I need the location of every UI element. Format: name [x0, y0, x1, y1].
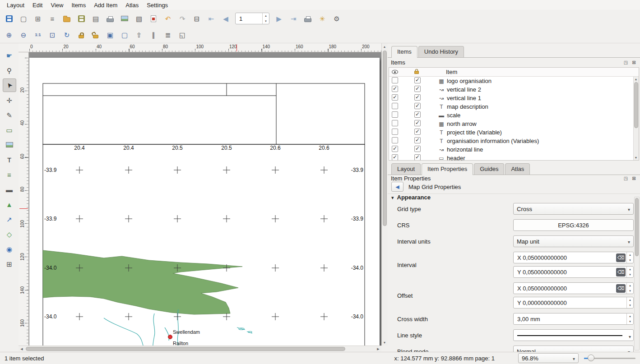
lock-checkbox[interactable]	[414, 120, 421, 126]
zoom-out-button[interactable]: ⊖	[17, 28, 30, 42]
tab-layout[interactable]: Layout	[391, 163, 421, 175]
line-style-button[interactable]	[513, 329, 634, 341]
add-items-from-template-button[interactable]	[60, 12, 74, 25]
lock-checkbox[interactable]	[414, 77, 421, 83]
close-panel-icon[interactable]	[631, 60, 637, 65]
scroll-down-icon[interactable]: ▼	[381, 339, 388, 346]
export-svg-button[interactable]: ▧	[132, 12, 146, 25]
items-row[interactable]: ▭ header	[389, 154, 639, 161]
add-scalebar-tool[interactable]: ▬	[3, 183, 16, 196]
menu-view[interactable]: View	[46, 1, 67, 9]
blend-mode-select[interactable]: Normal	[513, 346, 634, 352]
interval-units-select[interactable]: Map unit	[513, 235, 634, 247]
zoom-tool[interactable]: ⚲	[3, 64, 16, 77]
zoom-level-select[interactable]: 96.8%	[518, 353, 579, 363]
items-row[interactable]: ▦ logo organisation	[389, 77, 639, 85]
group-items-button[interactable]: ▣	[103, 28, 117, 42]
visibility-checkbox[interactable]	[392, 154, 398, 161]
spinner-arrows-icon[interactable]: ▲▼	[262, 13, 269, 24]
add-node-item-tool[interactable]: ◇	[3, 227, 16, 241]
scroll-right-icon[interactable]: ▶	[375, 346, 381, 352]
visibility-checkbox[interactable]	[392, 94, 398, 101]
clear-field-icon[interactable]	[616, 268, 626, 276]
add-shape-tool[interactable]: ▲	[3, 198, 16, 211]
float-panel-icon[interactable]	[623, 60, 629, 65]
float-panel-icon[interactable]	[623, 175, 629, 181]
menu-add-item[interactable]: Add Item	[90, 1, 121, 9]
select-move-item-tool[interactable]: ➤	[3, 78, 16, 92]
canvas-horizontal-scrollbar[interactable]: ◀ ▶	[19, 346, 381, 352]
lock-checkbox[interactable]	[414, 154, 421, 161]
redo-button[interactable]: ↷	[176, 12, 189, 25]
visibility-checkbox[interactable]	[392, 86, 398, 92]
menu-edit[interactable]: Edit	[28, 1, 46, 9]
undo-button[interactable]: ↶	[161, 12, 175, 25]
spinner-arrows-icon[interactable]: ▲▼	[626, 252, 633, 263]
spinner-arrows-icon[interactable]: ▲▼	[626, 283, 633, 294]
crs-button[interactable]: EPSG:4326	[513, 219, 634, 231]
scroll-thumb[interactable]	[26, 347, 345, 351]
add-arrow-tool[interactable]: ↗	[3, 212, 16, 226]
menu-items[interactable]: Items	[67, 1, 90, 9]
items-row[interactable]: T organisation information (Variables)	[389, 137, 639, 145]
offset-y-input[interactable]: Y 0,000000000000 ▲▼	[513, 297, 634, 309]
lock-selected-items-button[interactable]	[74, 28, 88, 42]
save-as-template-button[interactable]	[74, 12, 88, 25]
visibility-checkbox[interactable]	[392, 111, 398, 118]
lock-checkbox[interactable]	[414, 94, 421, 101]
clear-field-icon[interactable]	[616, 253, 626, 262]
atlas-next-feature-button[interactable]: ▶	[272, 12, 286, 25]
atlas-last-feature-button[interactable]: ⇥	[287, 12, 300, 25]
header-frame[interactable]	[43, 83, 365, 144]
menu-atlas[interactable]: Atlas	[121, 1, 143, 9]
lock-checkbox[interactable]	[414, 111, 421, 118]
tab-undo-history[interactable]: Undo History	[418, 46, 464, 57]
align-items-button[interactable]: ∥	[147, 28, 160, 42]
visibility-checkbox[interactable]	[392, 120, 398, 126]
zoom-slider[interactable]	[584, 353, 635, 363]
offset-x-input[interactable]: X 0,050000000000 ▲▼	[513, 282, 634, 294]
visibility-checkbox[interactable]	[392, 129, 398, 135]
move-item-content-tool[interactable]: ✛	[3, 93, 16, 107]
interval-y-input[interactable]: Y 0,050000000000 ▲▼	[513, 266, 634, 278]
atlas-first-feature-button[interactable]: ⇤	[204, 12, 218, 25]
lock-checkbox[interactable]	[414, 129, 421, 135]
back-button[interactable]	[391, 182, 403, 192]
layout-page[interactable]: 20.4 20.4 20.5 20.5 20.6 20.6 -33.9 -33.…	[29, 58, 380, 346]
scroll-up-icon[interactable]: ▲	[633, 77, 639, 82]
export-as-template-button[interactable]: ▤	[89, 12, 102, 25]
refresh-view-button[interactable]: ↻	[60, 28, 74, 42]
zoom-full-button[interactable]: ⊡	[46, 28, 59, 42]
scroll-up-icon[interactable]: ▲	[381, 43, 388, 50]
items-row[interactable]: ↝ horizontal line	[389, 145, 639, 154]
items-row[interactable]: ▬ scale	[389, 111, 639, 120]
visibility-checkbox[interactable]	[392, 146, 398, 152]
lock-checkbox[interactable]	[414, 103, 421, 109]
distribute-items-button[interactable]: ≣	[161, 28, 175, 42]
properties-scrollbar[interactable]	[634, 197, 640, 350]
tab-item-properties[interactable]: Item Properties	[422, 163, 473, 175]
canvas-vertical-scrollbar[interactable]: ▲ ▼	[381, 43, 388, 346]
tab-atlas[interactable]: Atlas	[505, 163, 530, 175]
raise-items-button[interactable]: ⇧	[132, 28, 146, 42]
add-map-tool[interactable]: ▭	[3, 123, 16, 137]
menu-settings[interactable]: Settings	[143, 1, 172, 9]
lock-checkbox[interactable]	[414, 137, 421, 143]
visibility-checkbox[interactable]	[392, 137, 398, 143]
clear-field-icon[interactable]	[616, 284, 626, 293]
atlas-preview-button[interactable]: ⊟	[190, 12, 204, 25]
cross-width-input[interactable]: 3,00 mm ▲▼	[513, 313, 634, 325]
lock-checkbox[interactable]	[414, 146, 421, 152]
close-panel-icon[interactable]	[631, 175, 637, 181]
add-html-tool[interactable]: ◉	[3, 242, 16, 256]
appearance-section-header[interactable]: Appearance	[388, 194, 640, 201]
resize-items-button[interactable]: ◱	[176, 28, 189, 42]
items-list-scrollbar[interactable]: ▲ ▼	[633, 77, 639, 160]
visibility-checkbox[interactable]	[392, 103, 398, 109]
new-layout-button[interactable]: ▢	[17, 12, 30, 25]
zoom-in-button[interactable]: ⊕	[2, 28, 16, 42]
pan-layout-tool[interactable]: ☛	[3, 49, 16, 62]
layout-manager-button[interactable]: ≡	[46, 12, 59, 25]
scroll-thumb[interactable]	[635, 198, 639, 256]
export-atlas-button[interactable]: ✳	[315, 12, 329, 25]
